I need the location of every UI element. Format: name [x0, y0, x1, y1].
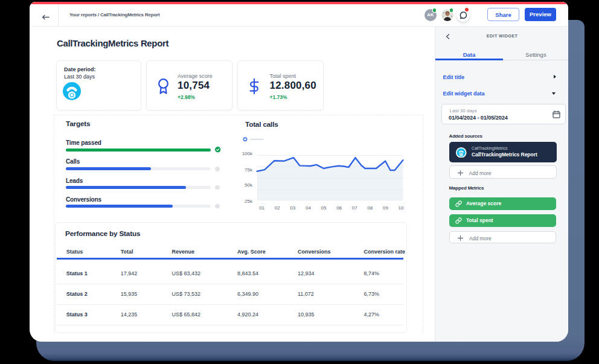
svg-text:03: 03 [290, 205, 295, 211]
svg-text:07: 07 [352, 205, 357, 211]
svg-text:25k: 25k [245, 199, 253, 204]
svg-text:10: 10 [399, 205, 404, 211]
svg-text:08: 08 [367, 205, 373, 211]
svg-text:01: 01 [259, 205, 264, 211]
svg-text:75k: 75k [245, 167, 253, 173]
svg-text:50k: 50k [245, 182, 253, 188]
svg-text:09: 09 [383, 205, 388, 211]
svg-text:100k: 100k [242, 151, 253, 156]
svg-text:04: 04 [306, 205, 311, 211]
svg-text:06: 06 [336, 205, 342, 211]
svg-text:05: 05 [321, 205, 327, 211]
svg-text:02: 02 [275, 205, 280, 211]
